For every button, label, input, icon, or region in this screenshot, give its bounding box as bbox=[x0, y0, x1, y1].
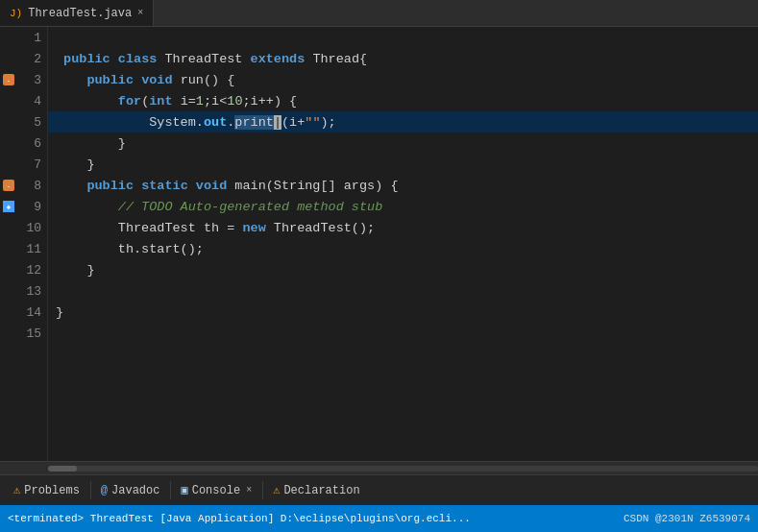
bottom-tab-label: Javadoc bbox=[111, 484, 159, 497]
line-number: 12 bbox=[17, 259, 47, 280]
code-line[interactable]: // TODO Auto-generated method stub bbox=[48, 196, 758, 217]
code-token: new bbox=[242, 221, 265, 235]
gutter-line bbox=[0, 238, 17, 259]
java-file-icon: J) bbox=[10, 8, 22, 19]
code-token: ;i< bbox=[204, 94, 227, 109]
gutter-indicators: --◈ bbox=[0, 27, 17, 461]
code-token: Thread{ bbox=[305, 52, 367, 66]
bottom-tab-declaration[interactable]: ⚠Declaration bbox=[263, 475, 370, 505]
code-line[interactable] bbox=[48, 280, 758, 302]
code-token: void bbox=[196, 179, 227, 193]
code-line[interactable]: System.out.print|(i+""); bbox=[48, 111, 758, 133]
tab-close-button[interactable]: × bbox=[137, 8, 143, 18]
code-line[interactable]: th.start(); bbox=[48, 238, 758, 259]
gutter-line bbox=[0, 259, 17, 280]
status-right-text: CSDN @2301N Z6539074 bbox=[624, 513, 750, 524]
code-token: out bbox=[204, 115, 227, 130]
bottom-tab-console[interactable]: ▣Console× bbox=[171, 475, 262, 505]
code-line[interactable]: for(int i=1;i<10;i++) { bbox=[48, 90, 758, 111]
code-line[interactable] bbox=[48, 323, 758, 344]
line-numbers: 123456789101112131415 bbox=[17, 27, 48, 461]
bottom-tab-label: Console bbox=[192, 484, 240, 497]
code-token: ThreadTest(); bbox=[266, 221, 375, 235]
gutter-line bbox=[0, 111, 17, 133]
bottom-tab-javadoc[interactable]: @Javadoc bbox=[91, 475, 171, 505]
javadoc-icon: @ bbox=[101, 484, 108, 497]
code-token: class bbox=[118, 52, 158, 66]
code-token: public bbox=[63, 52, 110, 66]
code-token: System. bbox=[56, 115, 204, 130]
code-token: for bbox=[118, 94, 141, 109]
code-line[interactable]: public void run() { bbox=[48, 69, 758, 90]
code-token: ( bbox=[141, 94, 149, 109]
code-content[interactable]: public class ThreadTest extends Thread{ … bbox=[48, 27, 758, 461]
gutter-line bbox=[0, 302, 17, 323]
code-token bbox=[56, 94, 118, 109]
gutter-line bbox=[0, 27, 17, 48]
gutter-line: ◈ bbox=[0, 196, 17, 217]
status-left-text: <terminated> ThreadTest [Java Applicatio… bbox=[8, 513, 471, 524]
line-number: 8 bbox=[17, 175, 47, 196]
code-line[interactable]: } bbox=[48, 154, 758, 175]
code-token: static bbox=[141, 179, 188, 193]
gutter-line bbox=[0, 48, 17, 69]
line-number: 11 bbox=[17, 238, 47, 259]
line-number: 15 bbox=[17, 323, 47, 344]
bottom-tab-label: Problems bbox=[24, 484, 80, 497]
code-line[interactable]: ThreadTest th = new ThreadTest(); bbox=[48, 217, 758, 238]
status-left: <terminated> ThreadTest [Java Applicatio… bbox=[8, 513, 471, 524]
gutter-line bbox=[0, 217, 17, 238]
code-token: void bbox=[141, 73, 172, 87]
code-token: main(String[] args) { bbox=[227, 179, 398, 193]
code-token: ThreadTest th = bbox=[56, 221, 242, 235]
code-line[interactable]: } bbox=[48, 259, 758, 280]
code-token: i= bbox=[173, 94, 196, 109]
line-number: 1 bbox=[17, 27, 47, 48]
line-number: 10 bbox=[17, 217, 47, 238]
code-token bbox=[56, 52, 63, 66]
code-line[interactable] bbox=[48, 27, 758, 48]
gutter-line bbox=[0, 323, 17, 344]
code-token bbox=[56, 73, 86, 87]
code-token: public bbox=[86, 179, 134, 193]
code-line[interactable]: public class ThreadTest extends Thread{ bbox=[48, 48, 758, 69]
code-token: "" bbox=[305, 115, 320, 130]
code-line[interactable]: } bbox=[48, 302, 758, 323]
console-icon: ▣ bbox=[181, 483, 187, 497]
code-token bbox=[134, 73, 141, 87]
gutter-line bbox=[0, 280, 17, 302]
line-number: 6 bbox=[17, 133, 47, 154]
code-token: . bbox=[227, 115, 234, 130]
collapse-icon[interactable]: - bbox=[3, 180, 14, 191]
code-line[interactable]: public static void main(String[] args) { bbox=[48, 175, 758, 196]
tab-bar: J) ThreadTest.java × bbox=[0, 0, 758, 27]
code-token: } bbox=[56, 157, 95, 172]
code-token: ThreadTest bbox=[157, 52, 250, 66]
code-line[interactable]: } bbox=[48, 133, 758, 154]
scroll-track bbox=[48, 466, 758, 472]
bottom-tab-problems[interactable]: ⚠Problems bbox=[4, 475, 90, 505]
code-token: // TODO Auto-generated method stub bbox=[56, 200, 382, 214]
code-token: th.start(); bbox=[56, 242, 204, 256]
code-token: } bbox=[56, 305, 63, 320]
line-number: 2 bbox=[17, 48, 47, 69]
editor-tab[interactable]: J) ThreadTest.java × bbox=[0, 0, 154, 26]
collapse-icon[interactable]: - bbox=[3, 74, 14, 85]
code-token: ;i++) { bbox=[242, 94, 297, 109]
code-token bbox=[110, 52, 118, 66]
code-token bbox=[134, 179, 141, 193]
bottom-tab-close-button[interactable]: × bbox=[246, 485, 252, 496]
line-number: 4 bbox=[17, 90, 47, 111]
horizontal-scrollbar[interactable] bbox=[0, 461, 758, 474]
line-number: 7 bbox=[17, 154, 47, 175]
gutter-line bbox=[0, 133, 17, 154]
code-token: | bbox=[274, 115, 281, 130]
line-number: 13 bbox=[17, 280, 47, 302]
gutter-line bbox=[0, 90, 17, 111]
code-token: } bbox=[56, 136, 126, 151]
line-number: 9 bbox=[17, 196, 47, 217]
editor-area: --◈ 123456789101112131415 public class T… bbox=[0, 27, 758, 461]
gutter-line: - bbox=[0, 69, 17, 90]
status-right: CSDN @2301N Z6539074 bbox=[624, 513, 750, 524]
scroll-thumb[interactable] bbox=[48, 466, 77, 472]
